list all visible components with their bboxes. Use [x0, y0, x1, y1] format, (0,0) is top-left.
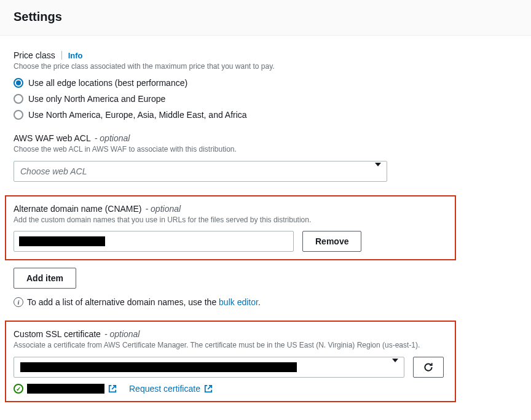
radio-icon: [14, 110, 23, 120]
price-class-label: Price class: [14, 50, 55, 60]
ssl-optional: - optional: [104, 329, 140, 339]
info-icon: i: [14, 297, 23, 307]
refresh-icon: [423, 362, 434, 373]
ssl-highlight-box: Custom SSL certificate - optional Associ…: [5, 321, 456, 402]
price-class-info-link[interactable]: Info: [68, 51, 83, 60]
radio-label: Use only North America and Europe: [28, 94, 165, 104]
bulk-editor-link[interactable]: bulk editor: [219, 297, 258, 307]
redacted-value: [27, 384, 104, 394]
waf-label: AWS WAF web ACL: [14, 133, 91, 143]
cname-optional: - optional: [146, 204, 181, 214]
cname-description: Add the custom domain names that you use…: [14, 215, 447, 225]
ssl-description: Associate a certificate from AWS Certifi…: [14, 340, 447, 351]
price-class-section: Price class Info Choose the price class …: [14, 50, 517, 120]
price-class-radio-group: Use all edge locations (best performance…: [14, 78, 517, 120]
radio-icon: [14, 94, 23, 104]
price-class-option-na-eu-asia[interactable]: Use North America, Europe, Asia, Middle …: [14, 110, 517, 120]
bulk-editor-info: i To add a list of alternative domain na…: [14, 297, 517, 307]
waf-select-placeholder: Choose web ACL: [14, 161, 387, 182]
page-title: Settings: [14, 10, 517, 24]
radio-label: Use North America, Europe, Asia, Middle …: [28, 110, 247, 120]
external-link-icon: [204, 384, 213, 393]
bulk-text-suffix: .: [258, 297, 261, 307]
price-class-option-all[interactable]: Use all edge locations (best performance…: [14, 78, 517, 88]
waf-section: AWS WAF web ACL - optional Choose the we…: [14, 133, 517, 182]
external-link-icon[interactable]: [108, 384, 117, 393]
cname-highlight-box: Alternate domain name (CNAME) - optional…: [5, 195, 456, 261]
success-icon: ✓: [14, 384, 23, 394]
label-divider: [61, 51, 62, 60]
price-class-option-na-eu[interactable]: Use only North America and Europe: [14, 94, 517, 104]
waf-optional: - optional: [95, 133, 130, 143]
bulk-text-prefix: To add a list of alternative domain name…: [27, 297, 219, 307]
add-item-button[interactable]: Add item: [14, 268, 76, 289]
refresh-button[interactable]: [413, 357, 444, 378]
radio-icon: [14, 78, 23, 88]
cname-label: Alternate domain name (CNAME): [14, 204, 142, 214]
redacted-value: [19, 236, 105, 246]
radio-label: Use all edge locations (best performance…: [28, 78, 187, 88]
waf-select[interactable]: Choose web ACL: [14, 161, 387, 182]
redacted-value: [20, 362, 297, 372]
remove-button[interactable]: Remove: [302, 231, 361, 252]
cname-input[interactable]: [14, 231, 294, 252]
price-class-description: Choose the price class associated with t…: [14, 61, 517, 72]
ssl-label: Custom SSL certificate: [14, 329, 101, 339]
waf-description: Choose the web ACL in AWS WAF to associa…: [14, 144, 517, 155]
request-certificate-link[interactable]: Request certificate: [129, 384, 200, 394]
ssl-certificate-select[interactable]: [14, 357, 404, 378]
page-header: Settings: [0, 0, 531, 36]
